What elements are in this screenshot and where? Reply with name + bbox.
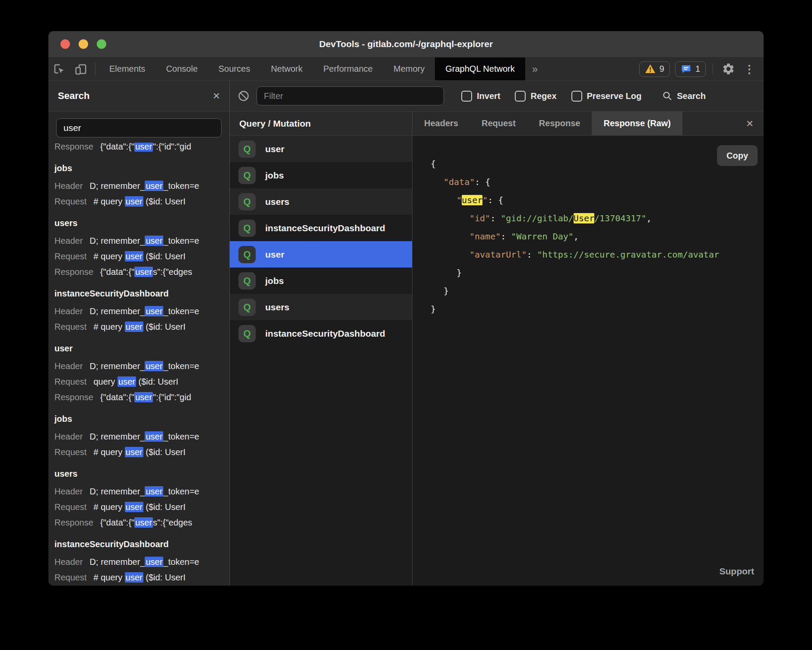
checkbox-box[interactable] [571,91,582,102]
detail-tab-response[interactable]: Response [527,112,592,135]
query-item-jobs[interactable]: Qjobs [230,162,412,188]
query-item-user[interactable]: Quser [230,136,412,162]
checkbox-box[interactable] [515,91,526,102]
text-segment: D; remember_ [90,487,145,496]
search-input[interactable] [56,118,222,137]
devtools-tab-console[interactable]: Console [155,57,208,80]
search-result-row[interactable]: Response{"data":{"user":{"id":"gid [54,143,229,154]
query-item-users[interactable]: Qusers [230,188,412,215]
detail-tab-response-raw[interactable]: Response (Raw) [592,112,682,135]
query-item-user[interactable]: Quser [230,241,412,268]
text-segment: _token=e [163,306,199,316]
block-icon [238,90,250,102]
search-result-row[interactable]: Request# query user ($id: UserI [54,319,229,335]
text-segment: "gid://gitlab/ [501,213,574,223]
messages-badge[interactable]: 1 [675,61,706,77]
more-tabs-button[interactable]: » [525,57,545,80]
search-result-row[interactable]: HeaderD; remember_user_token=e [54,358,229,374]
checkbox-label: Regex [530,91,556,101]
toolbar-divider [95,63,95,75]
text-segment: : { [475,177,490,187]
text-segment: ($id: UserI [136,377,178,386]
checkbox-label: Invert [477,91,500,101]
search-match-highlight: user [145,557,163,567]
clear-requests-button[interactable] [238,90,250,102]
search-result-row[interactable]: Request# query user ($id: UserI [54,249,229,264]
close-search-panel-button[interactable]: × [213,90,220,102]
text-segment: " [482,195,488,205]
search-match-highlight: user [462,195,482,205]
query-item-users[interactable]: Qusers [230,294,412,320]
settings-button[interactable] [717,57,739,80]
result-row-label: Header [54,429,83,444]
query-item-label: instanceSecurityDashboard [265,223,385,233]
devtools-tab-network[interactable]: Network [260,57,313,80]
search-result-row[interactable]: HeaderD; remember_user_token=e [54,429,229,444]
search-result-row[interactable]: Request# query user ($id: UserI [54,499,229,515]
search-result-row[interactable]: Request# query user ($id: UserI [54,194,229,209]
search-match-highlight: user [134,392,153,402]
copy-button[interactable]: Copy [717,145,758,166]
search-result-row[interactable]: HeaderD; remember_user_token=e [54,484,229,499]
result-row-content: # query user ($id: UserI [94,319,186,335]
device-toolbar-button[interactable] [70,57,92,80]
json-line: } [431,300,764,318]
search-result-row[interactable]: Request# query user ($id: UserI [54,444,229,460]
warnings-badge[interactable]: 9 [639,61,670,77]
preserve-log-checkbox[interactable]: Preserve Log [571,91,642,102]
query-item-jobs[interactable]: Qjobs [230,268,412,294]
search-result-row[interactable]: Request# query user ($id: UserI [54,570,229,585]
result-group-title: instanceSecurityDashboard [54,536,229,552]
devtools-tab-sources[interactable]: Sources [208,57,260,80]
result-row-label: Response [54,515,93,530]
query-type-badge: Q [238,246,256,263]
text-segment: /13704317" [594,213,646,223]
inspect-element-button[interactable] [48,57,70,80]
message-count: 1 [695,64,700,74]
query-item-label: users [265,302,289,312]
devtools-tab-bar: ElementsConsoleSourcesNetworkPerformance… [48,57,764,81]
query-item-instancesecuritydashboard[interactable]: QinstanceSecurityDashboard [230,320,412,347]
search-result-row[interactable]: Requestquery user ($id: UserI [54,374,229,389]
devtools-tab-elements[interactable]: Elements [99,57,155,80]
devtools-tab-performance[interactable]: Performance [313,57,384,80]
search-result-row[interactable]: HeaderD; remember_user_token=e [54,554,229,570]
checkbox-box[interactable] [461,91,472,102]
detail-tab-request[interactable]: Request [470,112,527,135]
window-titlebar[interactable]: DevTools - gitlab.com/-/graphql-explorer [48,31,764,57]
search-result-row[interactable]: Response{"data":{"users":{"edges [54,515,229,530]
device-toolbar-icon [74,63,87,76]
search-result-row[interactable]: Response{"data":{"users":{"edges [54,264,229,280]
result-row-content: D; remember_user_token=e [90,233,200,249]
close-detail-button[interactable]: × [736,112,764,135]
regex-checkbox[interactable]: Regex [515,91,556,102]
devtools-tab-graphql-network[interactable]: GraphQL Network [435,57,525,80]
support-link[interactable]: Support [720,562,754,580]
query-type-badge: Q [238,140,256,158]
search-match-highlight: user [125,572,143,583]
text-segment: "https://secure.gravatar.com/avatar [537,249,719,260]
devtools-menu-button[interactable]: ⋮ [739,57,764,80]
devtools-tab-memory[interactable]: Memory [383,57,435,80]
search-result-row[interactable]: HeaderD; remember_user_token=e [54,233,229,249]
result-group-title: users [54,215,229,231]
query-item-instancesecuritydashboard[interactable]: QinstanceSecurityDashboard [230,215,412,241]
search-result-row[interactable]: HeaderD; remember_user_token=e [54,178,229,194]
search-toggle[interactable]: Search [662,91,706,101]
text-segment: ":{"id":"gid [153,392,191,402]
search-result-row[interactable]: Response{"data":{"user":{"id":"gid [54,389,229,405]
text-segment: "avatarUrl" [469,249,527,260]
result-row-label: Request [54,374,87,389]
text-segment: _token=e [163,181,199,191]
result-row-content: {"data":{"user":{"id":"gid [100,143,191,154]
search-result-row[interactable]: HeaderD; remember_user_token=e [54,303,229,319]
result-group-title: instanceSecurityDashboard [54,286,229,301]
search-match-highlight: user [125,502,143,512]
query-list-header: Query / Mutation [230,112,412,136]
detail-tab-headers[interactable]: Headers [412,112,470,135]
search-panel-title: Search [58,90,89,102]
filter-input[interactable] [257,86,444,105]
text-segment: ($id: UserI [143,197,186,206]
result-row-label: Request [54,194,87,209]
invert-checkbox[interactable]: Invert [461,91,500,102]
